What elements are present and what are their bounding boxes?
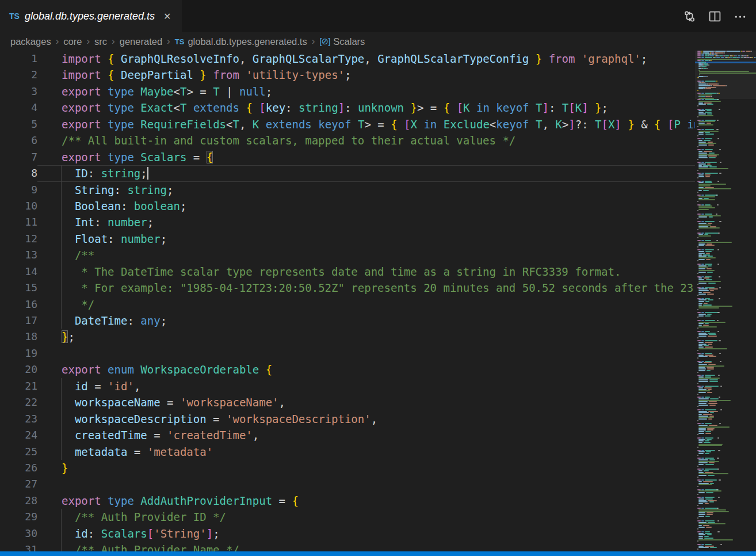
code-line[interactable]: 1import { GraphQLResolveInfo, GraphQLSca… xyxy=(0,51,695,67)
code-line-content[interactable]: export enum WorkspaceOrderable { xyxy=(37,361,695,378)
code-line-content[interactable]: Boolean: boolean; xyxy=(37,198,695,214)
code-line[interactable]: 14 * The DateTime scalar type represents… xyxy=(0,264,695,280)
line-number[interactable]: 13 xyxy=(0,247,37,263)
split-editor-icon[interactable] xyxy=(704,6,725,26)
line-number[interactable]: 10 xyxy=(0,198,37,214)
code-line-content[interactable]: Float: number; xyxy=(37,231,695,247)
line-number[interactable]: 17 xyxy=(0,313,37,329)
code-line-content[interactable]: id: Scalars['String']; xyxy=(37,525,695,542)
code-line[interactable]: 6/** All built-in and custom scalars, ma… xyxy=(0,132,695,148)
code-line[interactable]: 21 id = 'id', xyxy=(0,378,695,394)
code-line-content[interactable] xyxy=(37,476,695,492)
breadcrumb-item-file[interactable]: global.db.types.generated.ts xyxy=(188,36,307,47)
code-line-content[interactable]: workspaceName = 'workspaceName', xyxy=(37,394,695,410)
line-number[interactable]: 8 xyxy=(0,165,37,181)
breadcrumb-item-symbol[interactable]: Scalars xyxy=(333,36,365,47)
code-line[interactable]: 9 String: string; xyxy=(0,182,695,198)
code-line[interactable]: 29 /** Auth Provider ID */ xyxy=(0,509,695,525)
code-line-content[interactable]: * The DateTime scalar type represents da… xyxy=(37,264,695,280)
code-line-content[interactable]: import { DeepPartial } from 'utility-typ… xyxy=(37,67,695,83)
line-number[interactable]: 30 xyxy=(0,525,37,542)
minimap[interactable] xyxy=(695,51,756,551)
code-line[interactable]: 15 * For example: "1985-04-12T23:20:50.5… xyxy=(0,280,695,296)
code-line-content[interactable]: Int: number; xyxy=(37,214,695,230)
code-line[interactable]: 17 DateTime: any; xyxy=(0,313,695,329)
editor-tab[interactable]: TS global.db.types.generated.ts ✕ xyxy=(0,0,182,32)
line-number[interactable]: 26 xyxy=(0,460,37,476)
code-line-content[interactable]: workspaceDescription = 'workspaceDescrip… xyxy=(37,411,695,427)
line-number[interactable]: 7 xyxy=(0,149,37,165)
line-number[interactable]: 14 xyxy=(0,264,37,280)
code-line[interactable]: 26} xyxy=(0,460,695,476)
line-number[interactable]: 24 xyxy=(0,427,37,443)
line-number[interactable]: 6 xyxy=(0,132,37,148)
code-line[interactable]: 23 workspaceDescription = 'workspaceDesc… xyxy=(0,411,695,427)
breadcrumb-item-generated[interactable]: generated xyxy=(120,36,162,47)
code-line[interactable]: 2import { DeepPartial } from 'utility-ty… xyxy=(0,67,695,83)
line-number[interactable]: 3 xyxy=(0,83,37,100)
code-line-content[interactable]: ID: string; xyxy=(37,165,695,181)
code-line[interactable]: 27 xyxy=(0,476,695,492)
line-number[interactable]: 25 xyxy=(0,444,37,460)
code-line[interactable]: 20export enum WorkspaceOrderable { xyxy=(0,361,695,378)
code-line-content[interactable]: }; xyxy=(37,329,695,345)
code-line[interactable]: 18}; xyxy=(0,329,695,345)
line-number[interactable]: 16 xyxy=(0,296,37,313)
code-line-content[interactable] xyxy=(37,345,695,361)
line-number[interactable]: 27 xyxy=(0,476,37,492)
code-line-content[interactable]: String: string; xyxy=(37,182,695,198)
code-line-content[interactable]: /** Auth Provider Name */ xyxy=(37,542,695,551)
code-line[interactable]: 5export type RequireFields<T, K extends … xyxy=(0,116,695,132)
code-line-content[interactable]: } xyxy=(37,460,695,476)
code-line-content[interactable]: export type Exact<T extends { [key: stri… xyxy=(37,100,695,116)
close-tab-icon[interactable]: ✕ xyxy=(163,11,171,22)
line-number[interactable]: 1 xyxy=(0,51,37,67)
code-line-content[interactable]: */ xyxy=(37,296,695,313)
line-number[interactable]: 2 xyxy=(0,67,37,83)
code-line[interactable]: 10 Boolean: boolean; xyxy=(0,198,695,214)
code-line[interactable]: 31 /** Auth Provider Name */ xyxy=(0,542,695,551)
line-number[interactable]: 4 xyxy=(0,100,37,116)
code-line-content[interactable]: export type RequireFields<T, K extends k… xyxy=(37,116,695,132)
line-number[interactable]: 19 xyxy=(0,345,37,361)
code-line[interactable]: 7export type Scalars = { xyxy=(0,149,695,165)
code-line-content[interactable]: /** All built-in and custom scalars, map… xyxy=(37,132,695,148)
code-line-content[interactable]: id = 'id', xyxy=(37,378,695,394)
line-number[interactable]: 21 xyxy=(0,378,37,394)
line-number[interactable]: 29 xyxy=(0,509,37,525)
code-line-content[interactable]: /** Auth Provider ID */ xyxy=(37,509,695,525)
line-number[interactable]: 11 xyxy=(0,214,37,230)
code-line-content[interactable]: DateTime: any; xyxy=(37,313,695,329)
line-number[interactable]: 5 xyxy=(0,116,37,132)
more-actions-icon[interactable] xyxy=(730,6,750,26)
code-line-content[interactable]: export type Scalars = { xyxy=(37,149,695,165)
line-number[interactable]: 12 xyxy=(0,231,37,247)
code-line[interactable]: 28export type AddAuthProviderInput = { xyxy=(0,493,695,509)
code-line[interactable]: 24 createdTime = 'createdTime', xyxy=(0,427,695,443)
code-line-content[interactable]: /** xyxy=(37,247,695,263)
code-line[interactable]: 22 workspaceName = 'workspaceName', xyxy=(0,394,695,410)
code-line[interactable]: 30 id: Scalars['String']; xyxy=(0,525,695,542)
line-number[interactable]: 15 xyxy=(0,280,37,296)
line-number[interactable]: 9 xyxy=(0,182,37,198)
line-number[interactable]: 28 xyxy=(0,493,37,509)
code-line[interactable]: 16 */ xyxy=(0,296,695,313)
code-line[interactable]: 13 /** xyxy=(0,247,695,263)
code-line[interactable]: 11 Int: number; xyxy=(0,214,695,230)
status-bar[interactable] xyxy=(0,551,756,556)
open-changes-icon[interactable] xyxy=(679,6,700,26)
line-number[interactable]: 23 xyxy=(0,411,37,427)
breadcrumb-item-core[interactable]: core xyxy=(63,36,82,47)
code-line-content[interactable]: metadata = 'metadata' xyxy=(37,444,695,460)
line-number[interactable]: 22 xyxy=(0,394,37,410)
code-line-content[interactable]: * For example: "1985-04-12T23:20:50.52Z"… xyxy=(37,280,695,296)
code-editor[interactable]: 1import { GraphQLResolveInfo, GraphQLSca… xyxy=(0,51,695,551)
breadcrumb-item-src[interactable]: src xyxy=(94,36,107,47)
breadcrumb-item-packages[interactable]: packages xyxy=(10,36,51,47)
code-line-content[interactable]: import { GraphQLResolveInfo, GraphQLScal… xyxy=(37,51,695,67)
code-line-content[interactable]: createdTime = 'createdTime', xyxy=(37,427,695,443)
code-line[interactable]: 8 ID: string; xyxy=(0,165,695,181)
line-number[interactable]: 20 xyxy=(0,361,37,378)
code-line[interactable]: 19 xyxy=(0,345,695,361)
code-line[interactable]: 3export type Maybe<T> = T | null; xyxy=(0,83,695,100)
